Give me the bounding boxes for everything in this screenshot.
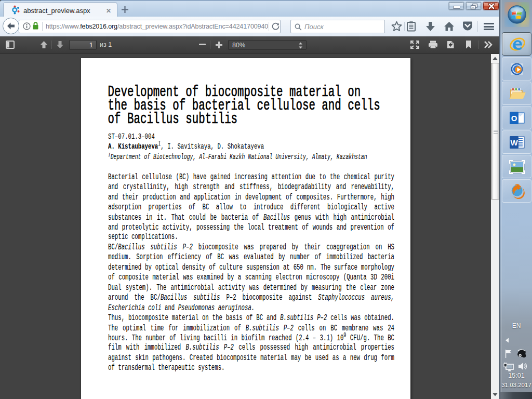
svg-text:O: O bbox=[511, 114, 517, 123]
svg-text:W: W bbox=[510, 138, 518, 147]
